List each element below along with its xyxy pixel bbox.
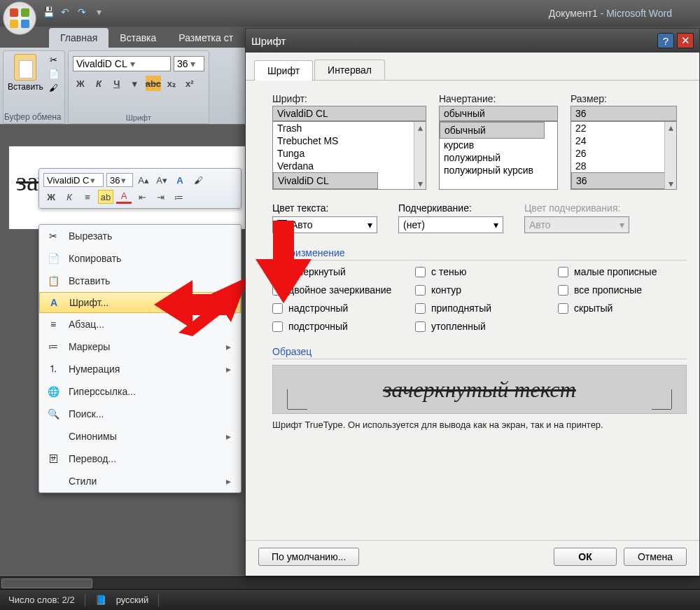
list-item[interactable]: курсив — [440, 139, 557, 151]
language-status[interactable]: русский — [116, 595, 149, 605]
menu-translate[interactable]: 🈂Перевод... — [39, 448, 241, 470]
save-icon[interactable]: 💾 — [42, 6, 55, 18]
close-button[interactable]: ✕ — [677, 33, 694, 48]
highlight-icon[interactable]: ab — [98, 190, 113, 204]
spellcheck-icon[interactable]: 📘 — [95, 595, 106, 605]
copy-icon[interactable]: 📄 — [48, 68, 60, 79]
app-name: Microsoft Word — [606, 8, 672, 19]
underline-button[interactable]: Ч — [109, 76, 125, 91]
bullets-icon[interactable]: ≔ — [171, 190, 186, 204]
list-item[interactable]: полужирный курсив — [440, 164, 557, 176]
svg-marker-1 — [154, 280, 231, 329]
font-a-icon: A — [46, 297, 62, 308]
superscript-button[interactable]: x² — [182, 76, 197, 91]
cancel-button[interactable]: Отмена — [624, 548, 687, 566]
globe-icon: 🌐 — [45, 386, 62, 397]
redo-icon[interactable]: ↷ — [76, 6, 88, 18]
copy-icon: 📄 — [45, 253, 62, 264]
checkbox-subscript[interactable]: подстрочный — [272, 321, 401, 332]
sample-section-title: Образец — [272, 346, 687, 359]
size-list[interactable]: 22 24 26 28 36 ▴▾ — [570, 121, 677, 190]
dialog-tab-spacing[interactable]: Интервал — [314, 60, 385, 80]
menu-hyperlink[interactable]: 🌐Гиперссылка... — [39, 380, 241, 403]
decrease-indent-icon[interactable]: ⇤ — [134, 190, 150, 204]
checkbox-shadow[interactable]: с тенью — [415, 266, 544, 277]
font-label: Шрифт: — [272, 93, 426, 104]
subscript-button[interactable]: x₂ — [164, 76, 179, 91]
underline-select[interactable]: (нет)▾ — [398, 216, 503, 233]
sample-box: зачеркнутый текст — [272, 365, 687, 414]
default-button[interactable]: По умолчанию... — [258, 548, 359, 566]
menu-search[interactable]: 🔍Поиск... — [39, 403, 241, 425]
horizontal-scrollbar[interactable] — [0, 576, 700, 589]
font-size-combo[interactable]: 36▾ — [174, 56, 204, 71]
menu-synonyms[interactable]: Синонимы▸ — [39, 425, 241, 448]
shrink-font-icon[interactable]: A▾ — [154, 173, 169, 187]
menu-cut[interactable]: ✂Вырезать — [39, 225, 241, 247]
paste-button[interactable]: Вставить — [8, 54, 43, 92]
format-painter-icon[interactable]: 🖌 — [190, 173, 206, 187]
qat-dropdown-icon[interactable]: ▾ — [92, 6, 105, 18]
change-case-icon[interactable]: A — [172, 173, 188, 187]
list-item[interactable]: обычный — [440, 122, 545, 139]
scissors-icon: ✂ — [45, 230, 62, 242]
checkbox-emboss[interactable]: приподнятый — [415, 303, 544, 314]
word-count[interactable]: Число слов: 2/2 — [8, 595, 75, 605]
numbering-icon: ⒈ — [45, 363, 62, 375]
list-item[interactable]: Trebuchet MS — [273, 134, 426, 147]
style-list[interactable]: обычный курсив полужирный полужирный кур… — [439, 121, 558, 190]
bold-button[interactable]: Ж — [43, 190, 59, 204]
clipboard-icon — [14, 54, 36, 81]
font-style-input[interactable]: обычный — [439, 106, 558, 121]
list-item[interactable]: 26 — [571, 147, 676, 160]
context-menu: ✂Вырезать 📄Копировать 📋Вставить AШрифт..… — [38, 224, 241, 493]
dialog-tab-font[interactable]: Шрифт — [254, 60, 313, 81]
checkbox-outline[interactable]: контур — [415, 284, 544, 296]
checkbox-engrave[interactable]: утопленный — [415, 321, 544, 332]
office-button[interactable] — [3, 1, 36, 35]
checkbox-allcaps[interactable]: все прописные — [558, 284, 687, 296]
list-item[interactable]: Tunga — [273, 147, 426, 160]
font-list[interactable]: Trash Trebuchet MS Tunga Verdana Vivaldi… — [272, 121, 426, 190]
list-item[interactable]: Trash — [273, 122, 426, 134]
undo-icon[interactable]: ↶ — [59, 6, 71, 18]
italic-button[interactable]: К — [91, 76, 106, 91]
dialog-titlebar[interactable]: Шрифт ? ✕ — [246, 29, 699, 53]
list-item[interactable]: VivaldiD CL — [273, 172, 378, 189]
paragraph-icon: ≡ — [45, 319, 62, 330]
mini-font-combo[interactable]: VivaldiD C▾ — [43, 173, 104, 187]
list-item[interactable]: 24 — [571, 134, 676, 147]
ok-button[interactable]: ОК — [554, 548, 617, 566]
font-size-value: 36 — [177, 58, 188, 69]
increase-indent-icon[interactable]: ⇥ — [153, 190, 168, 204]
list-item[interactable]: 36 — [571, 172, 676, 189]
cut-icon[interactable]: ✂ — [48, 54, 60, 65]
bold-button[interactable]: Ж — [73, 76, 88, 91]
strike-button[interactable]: abc — [146, 76, 161, 91]
tab-insert[interactable]: Вставка — [108, 28, 167, 48]
checkbox-smallcaps[interactable]: малые прописные — [558, 266, 687, 277]
align-center-icon[interactable]: ≡ — [80, 190, 95, 204]
menu-numbering[interactable]: ⒈Нумерация▸ — [39, 358, 241, 380]
font-name-combo[interactable]: VivaldiD CL▾ — [73, 56, 171, 71]
scrollbar[interactable]: ▴▾ — [414, 122, 426, 189]
tab-home[interactable]: Главная — [49, 28, 108, 48]
mini-size-combo[interactable]: 36▾ — [106, 173, 133, 187]
font-size-input[interactable]: 36 — [570, 106, 677, 121]
scrollbar[interactable]: ▴▾ — [664, 122, 676, 189]
list-item[interactable]: 28 — [571, 160, 676, 172]
format-painter-icon[interactable]: 🖌 — [48, 82, 60, 93]
font-color-icon[interactable]: A — [116, 190, 132, 204]
checkbox-hidden[interactable]: скрытый — [558, 303, 687, 314]
list-item[interactable]: полужирный — [440, 151, 557, 164]
mini-toolbar: VivaldiD C▾ 36▾ A▴ A▾ A 🖌 Ж К ≡ ab A ⇤ ⇥… — [38, 168, 241, 209]
grow-font-icon[interactable]: A▴ — [136, 173, 151, 187]
clipboard-group-label: Буфер обмена — [4, 112, 62, 122]
font-name-input[interactable]: VivaldiD CL — [272, 106, 426, 121]
help-button[interactable]: ? — [657, 33, 674, 48]
italic-button[interactable]: К — [62, 190, 77, 204]
list-item[interactable]: 22 — [571, 122, 676, 134]
menu-styles[interactable]: Стили▸ — [39, 470, 241, 492]
list-item[interactable]: Verdana — [273, 160, 426, 172]
tab-layout[interactable]: Разметка ст — [167, 28, 244, 48]
